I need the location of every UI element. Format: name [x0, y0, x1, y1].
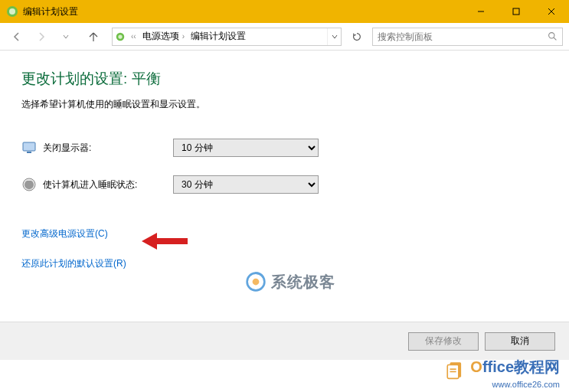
- svg-point-8: [549, 33, 554, 38]
- search-box[interactable]: [372, 28, 563, 46]
- window-titlebar: 编辑计划设置: [0, 0, 569, 23]
- svg-line-9: [554, 38, 556, 40]
- sleep-icon: [21, 177, 37, 192]
- svg-rect-3: [513, 8, 519, 15]
- display-off-label: 关闭显示器:: [43, 142, 173, 155]
- watermark-br-title: Office教程网: [470, 358, 560, 375]
- save-button[interactable]: 保存修改: [408, 332, 479, 351]
- back-button[interactable]: [6, 26, 28, 47]
- sleep-label: 使计算机进入睡眠状态:: [43, 178, 173, 191]
- svg-point-16: [253, 279, 260, 286]
- setting-row-sleep: 使计算机进入睡眠状态: 30 分钟: [21, 175, 548, 194]
- watermark-br-url: www.office26.com: [445, 380, 560, 389]
- breadcrumb-item-edit-plan[interactable]: 编辑计划设置: [188, 30, 249, 43]
- window-title: 编辑计划设置: [23, 5, 463, 18]
- display-off-select[interactable]: 10 分钟: [173, 139, 319, 157]
- recent-dropdown[interactable]: [55, 26, 77, 47]
- watermark-bottom-right: Office教程网 www.office26.com: [445, 357, 560, 389]
- page-subtext: 选择希望计算机使用的睡眠设置和显示设置。: [21, 98, 548, 111]
- cancel-button[interactable]: 取消: [485, 332, 555, 351]
- sleep-select[interactable]: 30 分钟: [173, 175, 319, 194]
- watermark-logo-icon: [245, 271, 267, 292]
- watermark-center-text: 系统极客: [271, 272, 335, 292]
- forward-button[interactable]: [31, 26, 52, 47]
- svg-rect-19: [450, 368, 456, 370]
- link-advanced-power[interactable]: 更改高级电源设置(C): [21, 227, 108, 240]
- navigation-bar: ‹‹ 电源选项› 编辑计划设置: [0, 23, 569, 51]
- up-button[interactable]: [83, 26, 104, 47]
- watermark-center: 系统极客: [245, 271, 335, 292]
- page-heading: 更改计划的设置: 平衡: [21, 69, 548, 89]
- annotation-arrow: [142, 230, 195, 253]
- breadcrumb-icon: [113, 31, 128, 42]
- watermark-br-icon: [445, 360, 465, 380]
- close-button[interactable]: [534, 0, 569, 23]
- link-restore-defaults[interactable]: 还原此计划的默认设置(R): [21, 257, 126, 270]
- svg-point-7: [118, 34, 122, 38]
- search-input[interactable]: [378, 31, 548, 42]
- setting-row-display: 关闭显示器: 10 分钟: [21, 139, 548, 157]
- svg-rect-11: [27, 152, 31, 153]
- svg-rect-10: [23, 142, 35, 151]
- search-icon[interactable]: [548, 31, 558, 41]
- svg-point-1: [9, 8, 15, 15]
- monitor-icon: [21, 140, 37, 155]
- refresh-button[interactable]: [348, 28, 366, 46]
- chevron-left-icon: ‹‹: [131, 32, 136, 41]
- button-bar: 保存修改 取消: [0, 322, 569, 360]
- svg-rect-20: [450, 371, 456, 373]
- svg-marker-14: [142, 233, 157, 250]
- breadcrumb-item-power-options[interactable]: 电源选项›: [139, 30, 188, 43]
- breadcrumb-dropdown[interactable]: [327, 28, 341, 45]
- maximize-button[interactable]: [499, 0, 534, 23]
- breadcrumb[interactable]: ‹‹ 电源选项› 编辑计划设置: [112, 28, 342, 46]
- content-area: 更改计划的设置: 平衡 选择希望计算机使用的睡眠设置和显示设置。 关闭显示器: …: [0, 51, 569, 338]
- minimize-button[interactable]: [463, 0, 499, 23]
- app-icon: [6, 5, 18, 18]
